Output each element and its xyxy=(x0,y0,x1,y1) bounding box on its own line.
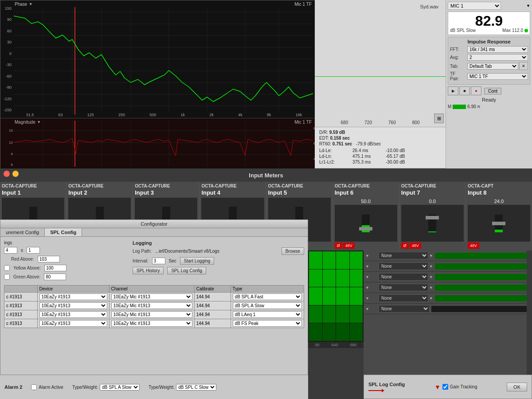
gain-tracking-arrow: ▼ xyxy=(434,383,441,391)
routing-bar-6-empty xyxy=(431,306,530,312)
interval-input[interactable] xyxy=(152,258,165,264)
tab-measurement-config[interactable]: urement Config xyxy=(0,228,45,236)
waterfall-freq-axis: 680 720 760 800 xyxy=(315,120,446,125)
routing-select-2[interactable]: None xyxy=(379,262,428,270)
history-row: SPL History SPL Log Config xyxy=(133,267,304,274)
routing-row-2: ▼ None ▼ xyxy=(364,261,532,272)
routing-bar-3 xyxy=(435,274,530,280)
input-meters-bar: Input Meters xyxy=(0,168,532,182)
routing-select-3[interactable]: None xyxy=(379,273,428,281)
spl-log-arrow xyxy=(368,389,405,392)
vu-freq-labels: 00 640 680 xyxy=(308,342,364,348)
device-select-3[interactable]: 10EaZy #1913 xyxy=(39,311,107,318)
device-select-1[interactable]: 10EaZy #1913 xyxy=(39,293,107,300)
close-button[interactable] xyxy=(4,171,10,177)
waterfall-line xyxy=(315,76,446,77)
m-level-row: M 6.90 R xyxy=(448,104,530,109)
tab-spl-config[interactable]: SPL Config xyxy=(45,228,82,236)
meter-channel-7: OCTA-CAPTURE Input 7 0.0 Ø 48V xyxy=(399,182,466,250)
tf-dropdown[interactable]: MIC 1 TF xyxy=(467,73,528,80)
ch6-phase-btn[interactable]: Ø xyxy=(335,243,342,249)
fader-area-6[interactable] xyxy=(335,205,397,242)
type-weight-row1: Type/Weight: dB SPL A Slow xyxy=(72,384,140,391)
routing-select-4[interactable]: None xyxy=(379,284,428,291)
phase-dropdown-arrow[interactable]: ▼ xyxy=(29,2,32,6)
type-weight-select1[interactable]: dB SPL A Slow xyxy=(100,384,140,391)
table-row: c #1913 10EaZy #1913 10EaZy Mic #1913 14… xyxy=(4,310,304,319)
alarm-active-checkbox[interactable] xyxy=(31,384,37,390)
cont-button[interactable]: Cont xyxy=(484,88,501,94)
max-indicator: Max 112.0 xyxy=(502,28,528,33)
routing-row-1: ▼ None ▼ xyxy=(364,250,532,261)
ch7-48v-btn[interactable]: 48V xyxy=(410,243,421,249)
waterfall-filename: Syd.wav xyxy=(418,4,440,10)
ch7-buttons: Ø 48V xyxy=(401,243,464,249)
tab-dropdown[interactable]: Default Tab xyxy=(467,63,518,70)
spl-history-button[interactable]: SPL History xyxy=(133,267,164,274)
spl-value: 82.9 xyxy=(450,14,528,28)
fader-area-8[interactable] xyxy=(468,205,530,242)
tab-config-btn[interactable]: ✕ xyxy=(519,62,528,70)
start-logging-button[interactable]: Start Logging xyxy=(180,257,215,265)
yellow-checkbox[interactable] xyxy=(4,265,10,271)
spl-log-popup: SPL Log Config ▼ Gain Tracking OK xyxy=(364,375,532,399)
transport-row: ▶ ■ ● Cont xyxy=(448,86,530,95)
browse-button[interactable]: Browse xyxy=(282,247,304,255)
vu-meter-grid xyxy=(308,250,364,342)
setting-val2[interactable] xyxy=(27,247,40,254)
channel-select-4[interactable]: 10EaZy Mic #1913 xyxy=(111,320,192,327)
minimize-button[interactable] xyxy=(12,171,19,177)
routing-select-5[interactable]: None xyxy=(379,294,428,302)
device-select-4[interactable]: 10EaZy #1913 xyxy=(39,320,107,327)
spl-log-config-button[interactable]: SPL Log Config xyxy=(167,267,206,274)
green-checkbox[interactable] xyxy=(4,274,10,280)
routing-select-1[interactable]: None xyxy=(379,252,428,259)
phase-chart: Phase ▼ Mic 1 TF 150 90 60 30 0 -30 -60 … xyxy=(0,0,315,118)
ch8-48v-btn[interactable]: 48V xyxy=(468,243,479,249)
yellow-above-input[interactable] xyxy=(44,265,66,271)
type-select-2[interactable]: dB SPL A Slow xyxy=(233,302,302,309)
fader-area-7[interactable] xyxy=(401,205,464,242)
setting-val1[interactable] xyxy=(4,247,17,254)
channel-select-2[interactable]: 10EaZy Mic #1913 xyxy=(111,302,192,309)
phase-right-label: Mic 1 TF xyxy=(294,2,312,7)
type-select-4[interactable]: dB FS Peak xyxy=(233,320,302,327)
type-weight-select2[interactable]: dB SPL C Slow xyxy=(176,384,216,391)
svg-text:9: 9 xyxy=(11,152,13,156)
rec-button[interactable]: ● xyxy=(471,86,481,95)
log-path-row: Log Path: ...ief/Documents/Smaart v8/Log… xyxy=(133,247,304,255)
stop-button[interactable]: ■ xyxy=(459,86,470,95)
avg-row: Avg: 2 xyxy=(450,54,528,61)
svg-text:15: 15 xyxy=(9,129,13,133)
type-weight-row2: Type/Weight: dB SPL C Slow xyxy=(149,384,216,391)
ch7-phase-btn[interactable]: Ø xyxy=(401,243,409,249)
meter-channel-6: OCTA-CAPTURE Input 6 50.0 Ø 48V xyxy=(333,182,399,250)
channel-select-3[interactable]: 10EaZy Mic #1913 xyxy=(111,311,192,318)
avg-dropdown[interactable]: 2 xyxy=(467,54,528,61)
impulse-title: Impulse Response xyxy=(450,39,528,44)
red-above-input[interactable] xyxy=(38,256,60,262)
ready-label: Ready xyxy=(448,97,530,102)
phase-x-labels: 31.5 63 125 250 500 1k 2k 4k 8k 16k xyxy=(14,113,314,117)
ok-button[interactable]: OK xyxy=(507,383,527,391)
green-above-input[interactable] xyxy=(44,274,66,280)
logging-title: Logging xyxy=(133,240,304,246)
phase-chart-title: Phase ▼ xyxy=(15,2,32,7)
svg-text:6: 6 xyxy=(11,163,13,167)
configurator-panel: Configurator urement Config SPL Config i… xyxy=(0,219,308,399)
fft-dropdown[interactable]: 16k / 341 ms xyxy=(467,46,528,53)
type-select-1[interactable]: dB SPL A Fast xyxy=(233,293,302,300)
mic-selector-dropdown[interactable]: MIC 1 xyxy=(448,2,501,10)
magnitude-dropdown-arrow[interactable]: ▼ xyxy=(37,120,41,124)
gain-tracking-checkbox[interactable] xyxy=(442,384,448,390)
device-select-2[interactable]: 10EaZy #1913 xyxy=(39,302,107,309)
ch6-48v-btn[interactable]: 48V xyxy=(343,243,355,249)
phase-y-labels: 150 90 60 30 0 -30 -60 -90 -120 -150 xyxy=(0,0,13,118)
type-select-3[interactable]: dB LAeq 1 xyxy=(233,311,302,318)
interval-row: Interval: Sec Start Logging xyxy=(133,257,304,265)
channel-select-1[interactable]: 10EaZy Mic #1913 xyxy=(111,293,192,300)
m-level-bar xyxy=(453,105,466,109)
play-button[interactable]: ▶ xyxy=(448,86,458,95)
routing-select-6[interactable]: None xyxy=(379,305,430,313)
measurement-data: D/R: 9.59 dB EDT: 0.158 sec RT60: 0.751 … xyxy=(315,127,446,168)
